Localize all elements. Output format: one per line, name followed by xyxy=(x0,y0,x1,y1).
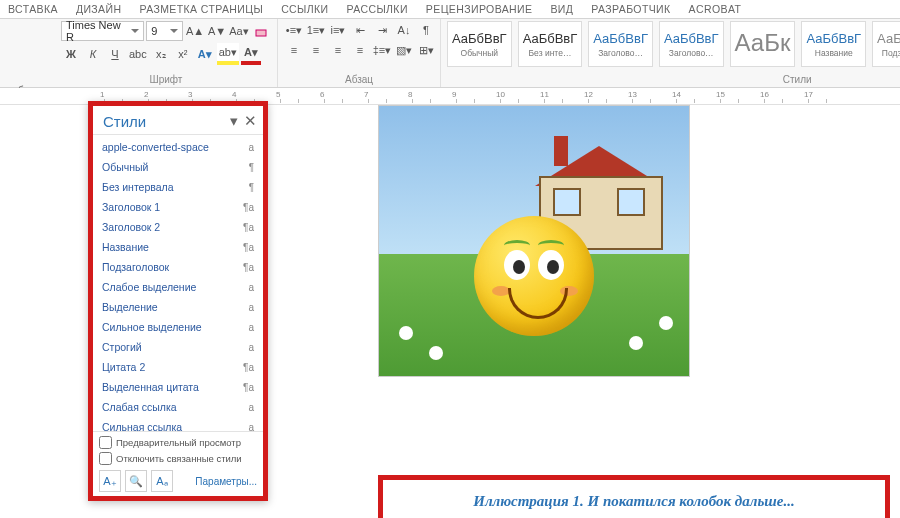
tab-layout[interactable]: РАЗМЕТКА СТРАНИЦЫ xyxy=(139,3,263,15)
numbering-button[interactable]: 1≡▾ xyxy=(306,21,326,39)
quick-style-3[interactable]: АаБбВвГЗаголово… xyxy=(659,21,724,67)
justify-button[interactable]: ≡ xyxy=(350,41,370,59)
font-size-select[interactable]: 9 xyxy=(146,21,183,41)
quick-style-5[interactable]: АаБбВвГНазвание xyxy=(801,21,866,67)
quick-style-1[interactable]: АаБбВвГБез инте… xyxy=(518,21,583,67)
strike-button[interactable]: abc xyxy=(127,45,149,63)
svg-rect-0 xyxy=(256,30,266,36)
style-inspector-button[interactable]: 🔍 xyxy=(125,470,147,492)
style-item-8[interactable]: Выделениеa xyxy=(97,297,259,317)
styles-pane-footer: Предварительный просмотр Отключить связа… xyxy=(93,431,263,496)
italic-button[interactable]: К xyxy=(83,45,103,63)
change-case-button[interactable]: Aa▾ xyxy=(229,22,249,40)
ribbon-group-styles: АаБбВвГОбычныйАаБбВвГБез инте…АаБбВвГЗаг… xyxy=(441,19,900,87)
paragraph-group-label: Абзац xyxy=(284,74,434,87)
tab-developer[interactable]: РАЗРАБОТЧИК xyxy=(591,3,670,15)
style-item-0[interactable]: apple-converted-spacea xyxy=(97,137,259,157)
new-style-button[interactable]: A₊ xyxy=(99,470,121,492)
style-item-1[interactable]: Обычный¶ xyxy=(97,157,259,177)
document-area: Иллюстрация 1. И покатился колобок дальш… xyxy=(0,105,900,518)
quick-style-gallery[interactable]: АаБбВвГОбычныйАаБбВвГБез инте…АаБбВвГЗаг… xyxy=(447,21,900,67)
style-item-11[interactable]: Цитата 2¶a xyxy=(97,357,259,377)
subscript-button[interactable]: x₂ xyxy=(151,45,171,63)
align-center-button[interactable]: ≡ xyxy=(306,41,326,59)
grow-font-button[interactable]: A▲ xyxy=(185,22,205,40)
quick-style-4[interactable]: АаБк xyxy=(730,21,796,67)
sort-button[interactable]: A↓ xyxy=(394,21,414,39)
multilevel-button[interactable]: i≡▾ xyxy=(328,21,348,39)
underline-button[interactable]: Ч xyxy=(105,45,125,63)
style-item-6[interactable]: Подзаголовок¶a xyxy=(97,257,259,277)
bullets-button[interactable]: •≡▾ xyxy=(284,21,304,39)
style-item-13[interactable]: Слабая ссылкаa xyxy=(97,397,259,417)
styles-pane-dropdown-icon[interactable]: ▾ xyxy=(230,112,238,130)
styles-pane-list[interactable]: apple-converted-spaceaОбычный¶Без интерв… xyxy=(93,134,263,431)
ribbon: о образцу Times New R 9 A▲ A▼ Aa▾ Ж К Ч … xyxy=(0,19,900,88)
line-spacing-button[interactable]: ‡≡▾ xyxy=(372,41,392,59)
kolobok-character xyxy=(474,216,594,336)
show-marks-button[interactable]: ¶ xyxy=(416,21,436,39)
tab-insert[interactable]: ВСТАВКА xyxy=(8,3,58,15)
preview-checkbox[interactable]: Предварительный просмотр xyxy=(99,436,257,449)
font-group-label: Шрифт xyxy=(61,74,271,87)
style-item-10[interactable]: Строгийa xyxy=(97,337,259,357)
tab-review[interactable]: РЕЦЕНЗИРОВАНИЕ xyxy=(426,3,533,15)
style-item-12[interactable]: Выделенная цитата¶a xyxy=(97,377,259,397)
ribbon-tabs: ВСТАВКА ДИЗАЙН РАЗМЕТКА СТРАНИЦЫ ССЫЛКИ … xyxy=(0,0,900,19)
superscript-button[interactable]: x² xyxy=(173,45,193,63)
styles-pane-close-icon[interactable]: ✕ xyxy=(244,112,257,130)
align-right-button[interactable]: ≡ xyxy=(328,41,348,59)
inc-indent-button[interactable]: ⇥ xyxy=(372,21,392,39)
manage-styles-button[interactable]: Aₐ xyxy=(151,470,173,492)
ribbon-group-paragraph: •≡▾ 1≡▾ i≡▾ ⇤ ⇥ A↓ ¶ ≡ ≡ ≡ ≡ ‡≡▾ ▧▾ ⊞▾ А… xyxy=(278,19,441,87)
document-image[interactable] xyxy=(378,105,690,377)
styles-pane: Стили ▾ ✕ apple-converted-spaceaОбычный¶… xyxy=(88,101,268,501)
tab-acrobat[interactable]: ACROBAT xyxy=(689,3,742,15)
caption-text[interactable]: Иллюстрация 1. И покатился колобок дальш… xyxy=(473,493,795,510)
shading-button[interactable]: ▧▾ xyxy=(394,41,414,59)
disable-linked-checkbox[interactable]: Отключить связанные стили xyxy=(99,452,257,465)
borders-button[interactable]: ⊞▾ xyxy=(416,41,436,59)
align-left-button[interactable]: ≡ xyxy=(284,41,304,59)
style-item-9[interactable]: Сильное выделениеa xyxy=(97,317,259,337)
highlight-button[interactable]: ab▾ xyxy=(217,43,239,65)
dec-indent-button[interactable]: ⇤ xyxy=(350,21,370,39)
styles-pane-title: Стили xyxy=(103,113,146,130)
tab-view[interactable]: ВИД xyxy=(550,3,573,15)
shrink-font-button[interactable]: A▼ xyxy=(207,22,227,40)
clear-format-button[interactable] xyxy=(251,22,271,40)
quick-style-0[interactable]: АаБбВвГОбычный xyxy=(447,21,512,67)
tab-design[interactable]: ДИЗАЙН xyxy=(76,3,122,15)
font-name-select[interactable]: Times New R xyxy=(61,21,144,41)
styles-options-link[interactable]: Параметры... xyxy=(195,476,257,487)
quick-style-6[interactable]: АаБбВвГПодзагол… xyxy=(872,21,900,67)
clipboard-group-fragment: о образцу xyxy=(0,34,74,96)
tab-references[interactable]: ССЫЛКИ xyxy=(281,3,328,15)
styles-group-label: Стили xyxy=(447,74,900,87)
style-item-2[interactable]: Без интервала¶ xyxy=(97,177,259,197)
style-item-14[interactable]: Сильная ссылкаa xyxy=(97,417,259,431)
font-color-button[interactable]: A▾ xyxy=(241,43,261,65)
tab-mailings[interactable]: РАССЫЛКИ xyxy=(347,3,408,15)
caption-highlight: Иллюстрация 1. И покатился колобок дальш… xyxy=(378,475,890,518)
quick-style-2[interactable]: АаБбВвГЗаголово… xyxy=(588,21,653,67)
style-item-4[interactable]: Заголовок 2¶a xyxy=(97,217,259,237)
ribbon-group-font: Times New R 9 A▲ A▼ Aa▾ Ж К Ч abc x₂ x² … xyxy=(55,19,278,87)
style-item-3[interactable]: Заголовок 1¶a xyxy=(97,197,259,217)
style-item-7[interactable]: Слабое выделениеa xyxy=(97,277,259,297)
style-item-5[interactable]: Название¶a xyxy=(97,237,259,257)
text-effects-button[interactable]: A▾ xyxy=(195,45,215,63)
